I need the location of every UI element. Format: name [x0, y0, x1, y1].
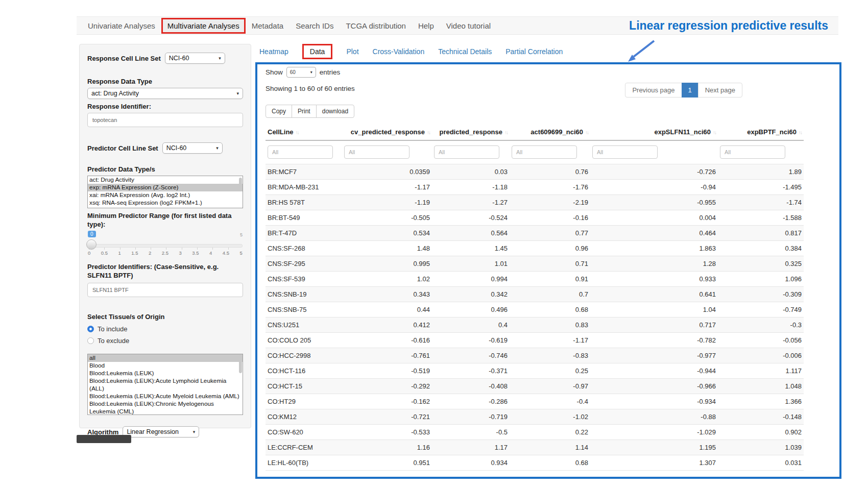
value-cell: -1.17 [510, 333, 590, 348]
scrollbar-thumb[interactable] [239, 178, 242, 191]
cellline-cell: CO:COLO 205 [266, 333, 342, 348]
value-cell: 0.534 [342, 226, 432, 241]
column-header-label: expBPTF_nci60 [747, 128, 797, 136]
results-table: CellLine↑↓cv_predicted_response↑↓predict… [266, 123, 804, 471]
column-header-cellline[interactable]: CellLine↑↓ [266, 123, 342, 140]
radio-to-exclude[interactable]: To exclude [87, 337, 243, 345]
value-cell: -1.588 [718, 210, 804, 226]
entries-select[interactable]: 60 ▾ [286, 67, 316, 78]
column-header-act609699-nci60[interactable]: act609699_nci60↑↓ [510, 123, 590, 140]
download-button[interactable]: download [316, 105, 354, 118]
tissue-option[interactable]: all [88, 354, 243, 362]
data-type-option[interactable]: act: Drug Activity [88, 176, 243, 184]
table-row: CNS:SF-2950.9951.010.711.280.325 [266, 256, 804, 272]
filter-input-expslfn11-nci60[interactable] [592, 145, 658, 159]
nav-item-search-ids[interactable]: Search IDs [290, 18, 340, 34]
tab-partial-correlation[interactable]: Partial Correlation [505, 47, 563, 56]
value-cell: 0.951 [342, 455, 432, 471]
data-type-option[interactable]: exp: mRNA Expression (Z-Score) [88, 184, 243, 191]
value-cell: 0.933 [590, 272, 718, 287]
table-row: CO:HCT-116-0.519-0.3710.25-0.9441.117 [266, 363, 804, 379]
value-cell: 1.863 [590, 241, 718, 256]
table-row: BR:MCF70.03590.030.76-0.7261.89 [266, 164, 804, 180]
value-cell: -0.749 [718, 302, 804, 318]
tab-technical-details[interactable]: Technical Details [438, 47, 492, 56]
tab-data[interactable]: Data [302, 44, 333, 59]
tissue-option[interactable]: Blood:Leukemia (LEUK) [88, 370, 243, 377]
value-cell: -1.19 [342, 195, 432, 210]
tissue-option[interactable]: Blood [88, 362, 243, 370]
table-header-row: CellLine↑↓cv_predicted_response↑↓predict… [266, 123, 804, 140]
previous-page-button[interactable]: Previous page [625, 83, 682, 97]
column-header-expbptf-nci60[interactable]: expBPTF_nci60↑↓ [718, 123, 804, 140]
value-cell: 0.68 [510, 302, 590, 318]
sidebar: Response Cell Line Set NCI-60 ▾ Response… [79, 44, 251, 428]
cellline-cell: BR:T-47D [266, 226, 342, 241]
tissue-option[interactable]: Blood:Leukemia (LEUK):Acute Lymphoid Leu… [88, 377, 243, 393]
response-data-type-label: Response Data Type [87, 77, 243, 86]
response-identifier-label: Response Identifier: [87, 102, 243, 111]
response-identifier-input[interactable] [87, 113, 243, 127]
tab-plot[interactable]: Plot [346, 47, 358, 56]
value-cell: -0.761 [342, 348, 432, 363]
value-cell: 0.342 [432, 287, 510, 302]
value-cell: 1.04 [590, 302, 718, 318]
nav-item-univariate-analyses[interactable]: Univariate Analyses [82, 18, 161, 34]
nav-item-video-tutorial[interactable]: Video tutorial [440, 18, 497, 34]
slider-track[interactable] [88, 244, 243, 248]
scrollbar-thumb[interactable] [239, 356, 242, 373]
tissue-list[interactable]: allBloodBlood:Leukemia (LEUK)Blood:Leuke… [87, 354, 243, 415]
next-page-button[interactable]: Next page [698, 83, 742, 97]
value-cell: 0.71 [510, 256, 590, 272]
column-header-cv-predicted-response[interactable]: cv_predicted_response↑↓ [342, 123, 432, 140]
slider-tick-label: 4.5 [223, 250, 229, 256]
nav-item-multivariate-analyses[interactable]: Multivariate Analyses [161, 18, 246, 34]
sort-icon: ↑↓ [585, 130, 588, 135]
print-button[interactable]: Print [292, 105, 317, 118]
radio-to-include[interactable]: To include [87, 325, 243, 333]
value-cell: -1.029 [590, 425, 718, 440]
tissue-origin-label: Select Tissue/s of Origin [87, 312, 243, 321]
tab-bar: HeatmapDataPlotCross-ValidationTechnical… [259, 43, 563, 60]
filter-input-act609699-nci60[interactable] [512, 145, 577, 159]
tab-cross-validation[interactable]: Cross-Validation [373, 47, 425, 56]
page-number-button[interactable]: 1 [682, 83, 698, 97]
filter-input-predicted-response[interactable] [434, 145, 499, 159]
tissue-option[interactable]: Blood:Leukemia (LEUK):Acute Myeloid Leuk… [88, 393, 243, 400]
value-cell: -0.5 [432, 425, 510, 440]
slider-tick-label: 2.5 [162, 250, 168, 256]
top-navbar: Univariate AnalysesMultivariate Analyses… [77, 16, 838, 35]
filter-input-cellline[interactable] [268, 145, 333, 159]
predictor-data-type-list[interactable]: act: Drug Activityexp: mRNA Expression (… [87, 176, 243, 208]
slider-tick-label: 1 [118, 250, 121, 256]
filter-cell [718, 140, 804, 164]
response-cell-line-set-select[interactable]: NCI-60 ▾ [165, 53, 225, 64]
chevron-down-icon: ▾ [310, 70, 312, 75]
filter-input-cv-predicted-response[interactable] [344, 145, 409, 159]
data-type-option[interactable]: xai: mRNA Expression (Avg. log2 Int.) [88, 191, 243, 199]
value-cell: 0.4 [432, 318, 510, 333]
column-header-expslfn11-nci60[interactable]: expSLFN11_nci60↑↓ [590, 123, 718, 140]
value-cell: -0.292 [342, 379, 432, 394]
table-row: CO:HCC-2998-0.761-0.746-0.83-0.977-0.006 [266, 348, 804, 363]
predictor-identifiers-input[interactable] [87, 283, 243, 297]
algorithm-select[interactable]: Linear Regression ▾ [123, 426, 199, 437]
predictor-cell-line-set-select[interactable]: NCI-60 ▾ [162, 142, 223, 154]
min-range-slider[interactable]: 0 5 00.511.522.533.544.55 [88, 233, 243, 259]
copy-button[interactable]: Copy [266, 105, 292, 118]
chevron-down-icon: ▾ [219, 56, 221, 61]
show-entries-control: Show 60 ▾ entries [266, 67, 831, 78]
tissue-option[interactable]: Blood:Leukemia (LEUK):Chronic Myelogenou… [88, 400, 243, 415]
tab-heatmap[interactable]: Heatmap [259, 47, 288, 56]
column-header-predicted-response[interactable]: predicted_response↑↓ [432, 123, 510, 140]
nav-item-help[interactable]: Help [412, 18, 440, 34]
table-row: CO:COLO 205-0.616-0.619-1.17-0.782-0.056 [266, 333, 804, 348]
slider-handle[interactable] [86, 239, 97, 250]
nav-item-tcga-distribution[interactable]: TCGA distribution [340, 18, 412, 34]
filter-input-expbptf-nci60[interactable] [720, 145, 785, 159]
value-cell: 0.995 [342, 256, 432, 272]
response-data-type-select[interactable]: act: Drug Activity ▾ [87, 88, 243, 99]
data-type-option[interactable]: xsq: RNA-seq Expression (log2 FPKM+1.) [88, 199, 243, 207]
entries-value: 60 [290, 69, 296, 75]
nav-item-metadata[interactable]: Metadata [246, 18, 290, 34]
